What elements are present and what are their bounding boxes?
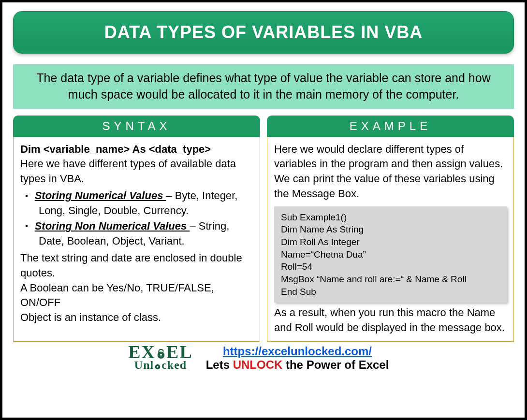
bullet-title-numerical: Storing Numerical Values [35, 189, 166, 202]
syntax-column: SYNTAX Dim <variable_name> As <data_type… [13, 116, 260, 342]
document-frame: DATA TYPES OF VARIABLES IN VBA The data … [0, 0, 527, 420]
footer: EXEL Unlcked https://excelunlocked.com/ … [13, 345, 514, 372]
page-title: DATA TYPES OF VARIABLES IN VBA [13, 11, 514, 54]
lock-icon [156, 348, 166, 359]
footer-tagline: Lets UNLOCK the Power of Excel [206, 358, 389, 371]
tagline-after: the Power of Excel [282, 358, 389, 371]
logo-text-bottom: Unlcked [110, 359, 211, 371]
bullet-nonnumerical: Storing Non Numerical Values – String, D… [22, 219, 253, 249]
syntax-bullet-list: Storing Numerical Values – Byte, Integer… [20, 188, 253, 249]
example-header: EXAMPLE [267, 116, 514, 137]
footer-url-link[interactable]: https://excelunlocked.com/ [223, 345, 372, 358]
svg-rect-5 [158, 366, 158, 368]
excel-unlocked-logo: EXEL Unlcked [110, 343, 211, 373]
bullet-numerical: Storing Numerical Values – Byte, Integer… [22, 188, 253, 218]
footer-content: https://excelunlocked.com/ Lets UNLOCK t… [206, 345, 389, 372]
syntax-note-boolean: A Boolean can be Yes/No, TRUE/FALSE, ON/… [20, 281, 253, 311]
svg-rect-2 [161, 355, 161, 357]
syntax-note-quotes: The text string and date are enclosed in… [20, 251, 253, 281]
syntax-body: Dim <variable_name> As <data_type> Here … [13, 137, 260, 342]
syntax-note-object: Object is an instance of class. [20, 310, 253, 325]
example-column: EXAMPLE Here we would declare different … [267, 116, 514, 342]
logo-text-top: EXEL [110, 343, 211, 361]
example-intro: Here we would declare different types of… [274, 142, 507, 202]
example-body: Here we would declare different types of… [267, 137, 514, 342]
example-code-block: Sub Example1() Dim Name As String Dim Ro… [274, 206, 507, 303]
content-columns: SYNTAX Dim <variable_name> As <data_type… [13, 116, 514, 342]
tagline-unlock-word: UNLOCK [233, 358, 283, 371]
syntax-intro: Here we have different types of availabl… [20, 157, 253, 187]
example-result: As a result, when you run this macro the… [274, 305, 507, 335]
lock-icon-small [154, 362, 161, 370]
syntax-header: SYNTAX [13, 116, 260, 137]
syntax-declaration: Dim <variable_name> As <data_type> [20, 142, 253, 157]
bullet-title-nonnumerical: Storing Non Numerical Values [35, 220, 190, 232]
subtitle-description: The data type of a variable defines what… [13, 64, 514, 109]
